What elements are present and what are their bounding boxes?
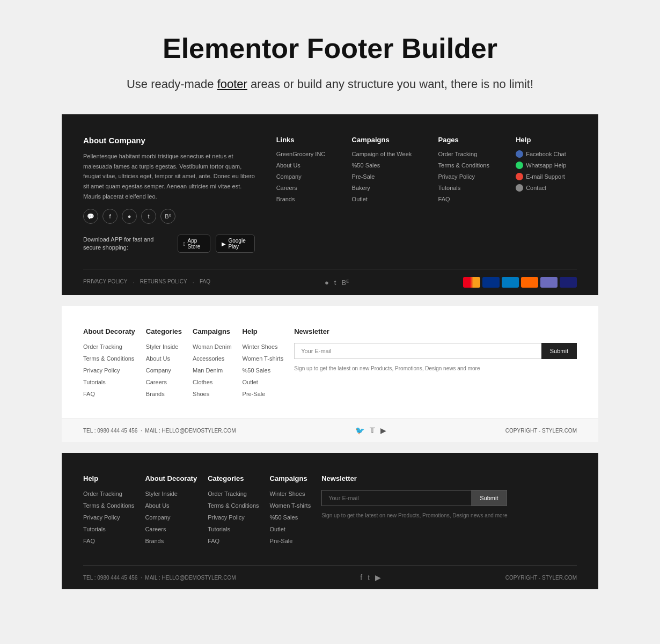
list-item: Privacy Policy (208, 514, 259, 521)
hero-description: Use ready-made footer areas or build any… (11, 75, 649, 93)
f3-about-1[interactable]: About Us (145, 502, 169, 509)
links-item-2[interactable]: Company (276, 173, 302, 180)
whatsapp-icon[interactable]: 💬 (83, 209, 98, 224)
f2-help-0[interactable]: Winter Shoes (243, 343, 278, 350)
f2-cat-4[interactable]: Brands (146, 391, 165, 397)
footer1-help-col: Help Facebook Chat Whatsapp Help E-mail … (516, 136, 566, 253)
dribbble-icon[interactable]: ● (122, 209, 137, 224)
campaigns-item-3[interactable]: Bakery (352, 185, 370, 191)
f2-about-4[interactable]: FAQ (83, 391, 95, 397)
facebook-icon[interactable]: f (102, 209, 118, 224)
twitter-bottom2-icon[interactable]: 𝕋 (370, 426, 375, 435)
f2-cat-2[interactable]: Company (146, 367, 171, 374)
pages-item-4[interactable]: FAQ (438, 196, 450, 202)
f3-camp-2[interactable]: %50 Sales (270, 514, 298, 521)
help-link-0[interactable]: Facebook Chat (526, 151, 566, 157)
f2-help-1[interactable]: Women T-shirts (243, 355, 284, 362)
f3-cat-3[interactable]: Tutorials (208, 526, 230, 532)
f3-about-2[interactable]: Company (145, 514, 170, 521)
pages-item-1[interactable]: Terms & Conditions (438, 162, 489, 169)
hero-footer-link[interactable]: footer (217, 77, 247, 91)
footer2-about-heading: About Decoraty (83, 327, 135, 335)
f2-cat-3[interactable]: Careers (146, 379, 167, 385)
f2-help-3[interactable]: Outlet (243, 379, 258, 385)
youtube-bottom3-icon[interactable]: ▶ (375, 573, 381, 582)
links-item-1[interactable]: About Us (276, 162, 300, 169)
maestro-icon (540, 277, 558, 288)
f3-cat-4[interactable]: FAQ (208, 538, 219, 544)
footer2-about-col: About Decoraty Order Tracking Terms & Co… (83, 327, 135, 402)
pages-item-2[interactable]: Privacy Policy (438, 173, 475, 180)
f2-camp-0[interactable]: Woman Denim (193, 343, 232, 350)
f3-cat-2[interactable]: Privacy Policy (208, 514, 244, 521)
footer3-contact: TEL : 0980 444 45 456 · MAIL : HELLO@DEM… (83, 575, 236, 581)
youtube-bottom2-icon[interactable]: ▶ (380, 426, 386, 435)
f2-about-3[interactable]: Tutorials (83, 379, 106, 385)
f3-help-2[interactable]: Privacy Policy (83, 514, 120, 521)
facebook-bottom2-icon[interactable]: 🐦 (355, 426, 364, 435)
f3-about-0[interactable]: Styler Inside (145, 491, 178, 497)
footer3-submit-button[interactable]: Submit (471, 491, 507, 506)
campaigns-item-2[interactable]: Pre-Sale (352, 173, 375, 180)
app-store-badge[interactable]:  App Store (178, 235, 211, 253)
list-item: Shoes (193, 390, 232, 398)
dribbble-bottom-icon[interactable]: ● (325, 279, 329, 287)
faq-link[interactable]: FAQ (200, 279, 210, 286)
footer2-campaigns-col: Campaigns Woman Denim Accessories Man De… (193, 327, 232, 402)
f2-cat-0[interactable]: Styler Inside (146, 343, 179, 350)
f2-camp-1[interactable]: Accessories (193, 355, 224, 362)
pages-item-0[interactable]: Order Tracking (438, 151, 478, 157)
separator1: · (133, 279, 134, 286)
help-link-1[interactable]: Whatsapp Help (526, 162, 566, 169)
behance-bottom-icon[interactable]: Bᴱ (341, 279, 349, 287)
f3-help-4[interactable]: FAQ (83, 538, 95, 544)
f3-help-3[interactable]: Tutorials (83, 526, 106, 532)
privacy-policy-link[interactable]: PRIVACY POLICY (83, 279, 127, 286)
footer2-about-list: Order Tracking Terms & Conditions Privac… (83, 343, 135, 398)
f3-cat-0[interactable]: Order Tracking (208, 491, 247, 497)
behance-icon[interactable]: Bᴱ (160, 209, 175, 224)
list-item: Bakery (352, 184, 412, 192)
links-item-4[interactable]: Brands (276, 196, 295, 202)
returns-policy-link[interactable]: RETURNS POLICY (140, 279, 187, 286)
f2-camp-2[interactable]: Man Denim (193, 367, 223, 374)
campaigns-item-4[interactable]: Outlet (352, 196, 368, 202)
twitter-bottom-icon[interactable]: t (334, 279, 336, 287)
f2-help-4[interactable]: Pre-Sale (243, 391, 266, 397)
f3-camp-3[interactable]: Outlet (270, 526, 285, 532)
f2-camp-3[interactable]: Clothes (193, 379, 212, 385)
f3-cat-1[interactable]: Terms & Conditions (208, 502, 259, 509)
mastercard-icon (463, 277, 480, 288)
footer2-submit-button[interactable]: Submit (541, 343, 577, 359)
f3-about-4[interactable]: Brands (145, 538, 164, 544)
footer3-email-input[interactable] (322, 491, 471, 506)
f2-cat-1[interactable]: About Us (146, 355, 170, 362)
footer1-right-cols: Links GreenGrocery INC About Us Company … (266, 136, 577, 253)
f3-camp-0[interactable]: Winter Shoes (270, 491, 305, 497)
help-link-2[interactable]: E-mail Support (526, 173, 565, 180)
f3-camp-1[interactable]: Women T-shirts (270, 502, 311, 509)
pages-item-3[interactable]: Tutorials (438, 185, 461, 191)
facebook-bottom3-icon[interactable]: f (360, 573, 362, 582)
twitter-icon[interactable]: t (141, 209, 156, 224)
links-item-3[interactable]: Careers (276, 185, 297, 191)
f3-help-1[interactable]: Terms & Conditions (83, 502, 134, 509)
campaigns-item-0[interactable]: Campaign of the Week (352, 151, 412, 157)
links-item-0[interactable]: GreenGrocery INC (276, 151, 326, 157)
twitter-bottom3-icon[interactable]: t (368, 573, 370, 582)
f2-about-1[interactable]: Terms & Conditions (83, 355, 134, 362)
f3-camp-4[interactable]: Pre-Sale (270, 538, 293, 544)
f2-about-2[interactable]: Privacy Policy (83, 367, 120, 374)
footer3-newsletter-heading: Newsletter (321, 474, 507, 482)
campaigns-item-1[interactable]: %50 Sales (352, 162, 380, 169)
help-link-3[interactable]: Contact (526, 185, 546, 191)
f3-about-3[interactable]: Careers (145, 526, 166, 532)
f2-about-0[interactable]: Order Tracking (83, 343, 122, 350)
f2-help-2[interactable]: %50 Sales (243, 367, 271, 374)
footer1-app-label: Download APP for fast and secure shoppin… (83, 236, 172, 252)
footer2-email-input[interactable] (294, 343, 541, 359)
f2-camp-4[interactable]: Shoes (193, 391, 209, 397)
google-play-badge[interactable]: ▶ Google Play (216, 235, 255, 253)
help-item-3: Contact (516, 184, 566, 192)
f3-help-0[interactable]: Order Tracking (83, 491, 122, 497)
